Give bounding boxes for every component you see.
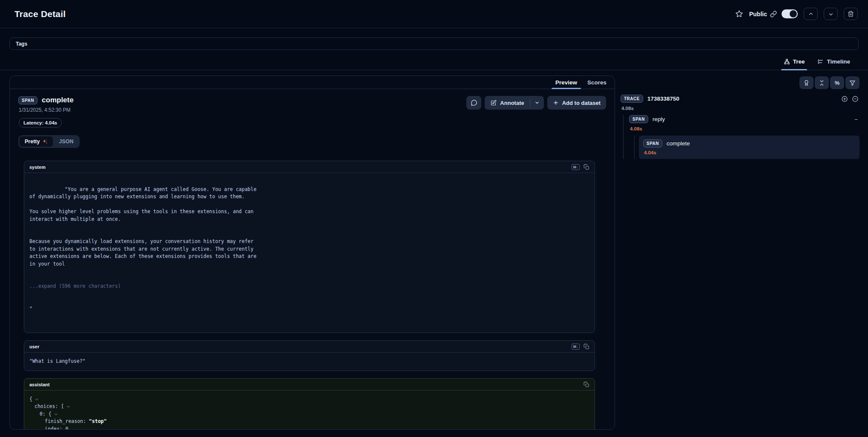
- public-label: Public: [749, 11, 767, 17]
- toggle-knob: [790, 10, 797, 17]
- annotate-dropdown-button[interactable]: [530, 96, 544, 110]
- public-share-control[interactable]: Public: [749, 9, 798, 18]
- copy-icon[interactable]: [583, 382, 589, 388]
- trash-icon: [848, 11, 854, 17]
- collapse-all-button[interactable]: [815, 76, 829, 89]
- code-text: {: [29, 396, 32, 402]
- tab-timeline-label: Timeline: [827, 58, 850, 65]
- chevron-down-icon: [535, 100, 540, 105]
- chevron-down-icon[interactable]: [55, 412, 57, 415]
- tags-bar[interactable]: Tags: [9, 38, 859, 50]
- annotate-button[interactable]: Annotate: [485, 96, 529, 110]
- markdown-icon[interactable]: M↓: [572, 164, 580, 170]
- format-pretty[interactable]: Pretty: [20, 136, 53, 147]
- message-role: user: [29, 344, 39, 349]
- annotate-label: Annotate: [500, 100, 524, 106]
- code-line: 0: {: [29, 411, 589, 418]
- span-duration: 4.08s: [630, 126, 859, 131]
- system-message-text: "You are a general purpose AI agent call…: [29, 186, 256, 267]
- code-text: finish_reason:: [45, 418, 89, 424]
- code-line: finish_reason: "stop": [29, 418, 589, 425]
- previous-button[interactable]: [804, 8, 818, 20]
- format-pretty-label: Pretty: [25, 139, 40, 145]
- observation-timestamp: 1/31/2025, 4:52:30 PM: [19, 107, 74, 113]
- message-role: assistant: [29, 382, 50, 387]
- tree-row-reply[interactable]: SPAN reply −: [629, 115, 859, 123]
- sparkles-icon: [42, 139, 48, 145]
- span-type-badge: SPAN: [643, 139, 662, 148]
- tree-row-complete[interactable]: SPAN complete 4.04s: [639, 136, 859, 159]
- comment-button[interactable]: [466, 96, 481, 110]
- chevrons-collapse-icon: [819, 80, 825, 86]
- tree-row-trace[interactable]: TRACE 1738338750: [621, 95, 859, 103]
- percent-icon: %: [835, 80, 840, 86]
- tree-toolbar: %: [621, 76, 859, 89]
- delete-button[interactable]: [844, 8, 858, 20]
- span-type-badge: SPAN: [629, 115, 648, 123]
- tree-icon: [784, 58, 790, 65]
- star-icon[interactable]: [735, 10, 743, 18]
- comment-icon: [471, 99, 477, 106]
- tab-tree[interactable]: Tree: [783, 53, 806, 70]
- preview-tabs: Preview Scores: [10, 76, 615, 89]
- filter-button[interactable]: [845, 76, 859, 89]
- code-line: index: 0: [29, 425, 589, 430]
- format-json[interactable]: JSON: [54, 136, 78, 147]
- expand-all-icon[interactable]: [841, 96, 848, 102]
- tab-scores[interactable]: Scores: [583, 76, 611, 89]
- tab-timeline[interactable]: Timeline: [816, 53, 851, 70]
- tab-tree-label: Tree: [793, 58, 805, 65]
- trace-type-badge: TRACE: [621, 95, 643, 103]
- copy-icon[interactable]: [583, 344, 589, 350]
- code-text: 0: {: [40, 411, 52, 417]
- assistant-code: {choices: [0: {finish_reason: "stop"inde…: [24, 391, 595, 430]
- user-message-text: "What is Langfuse?": [24, 353, 595, 370]
- plus-icon: [553, 100, 559, 106]
- link-icon: [770, 11, 777, 17]
- annotate-split-button: Annotate: [485, 96, 543, 110]
- tab-preview[interactable]: Preview: [551, 76, 582, 89]
- copy-icon[interactable]: [583, 164, 589, 170]
- tags-label: Tags: [16, 41, 27, 47]
- span-name: reply: [652, 116, 665, 122]
- observation-preview-panel: Preview Scores SPAN complete 1/31/2025, …: [9, 75, 615, 430]
- observation-title: complete: [42, 96, 74, 104]
- tab-scores-label: Scores: [587, 79, 606, 86]
- code-text: choices: [: [34, 403, 64, 409]
- award-icon: [803, 80, 810, 86]
- message-assistant: assistant {choices: [0: {finish_reason: …: [24, 378, 595, 430]
- collapse-all-icon[interactable]: [852, 96, 859, 102]
- top-header: Trace Detail Public: [0, 0, 868, 28]
- add-to-dataset-button[interactable]: Add to dataset: [547, 96, 606, 110]
- message-system: system M↓ "You are a general purpose AI …: [24, 161, 595, 333]
- chevron-down-icon: [828, 11, 834, 17]
- public-toggle[interactable]: [782, 9, 798, 18]
- scores-toggle-button[interactable]: [799, 76, 813, 89]
- chevron-down-icon[interactable]: [67, 405, 70, 408]
- format-toggle: Pretty JSON: [18, 135, 80, 148]
- message-user: user M↓ "What is Langfuse?": [24, 340, 595, 371]
- code-line: {: [29, 396, 589, 403]
- markdown-icon[interactable]: M↓: [572, 344, 580, 350]
- metrics-toggle-button[interactable]: %: [830, 76, 844, 89]
- add-to-dataset-label: Add to dataset: [562, 100, 601, 106]
- message-list: system M↓ "You are a general purpose AI …: [24, 161, 595, 429]
- trace-duration: 4.08s: [621, 106, 859, 111]
- collapse-node-icon[interactable]: −: [854, 117, 859, 122]
- tab-preview-label: Preview: [555, 79, 577, 86]
- chevron-down-icon[interactable]: [35, 397, 38, 400]
- message-role: system: [29, 165, 46, 170]
- next-button[interactable]: [824, 8, 838, 20]
- timeline-icon: [817, 58, 824, 65]
- code-text: "stop": [89, 418, 107, 424]
- chevron-up-icon: [808, 11, 814, 17]
- code-text: index: 0: [45, 426, 68, 430]
- expand-link[interactable]: ...expand (596 more characters): [29, 283, 589, 290]
- span-duration: 4.04s: [644, 150, 855, 155]
- span-type-badge: SPAN: [18, 96, 37, 104]
- view-tabs: Tree Timeline: [0, 53, 868, 70]
- trace-tree-panel: % TRACE 1738338750 4.08s SPAN reply − 4.…: [621, 75, 859, 159]
- latency-badge: Latency: 4.04s: [19, 118, 62, 127]
- trace-id: 1738338750: [647, 96, 679, 102]
- span-name: complete: [667, 140, 690, 147]
